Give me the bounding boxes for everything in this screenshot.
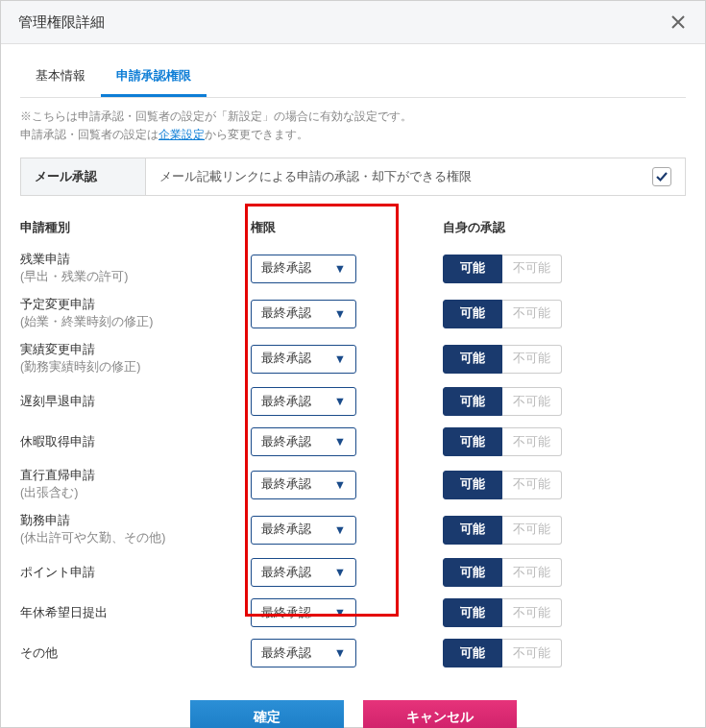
- toggle-off[interactable]: 不可能: [502, 300, 562, 328]
- check-icon: [655, 170, 669, 183]
- dialog-title: 管理権限詳細: [18, 13, 105, 32]
- perm-cell: 最終承認▼: [251, 471, 443, 499]
- mail-approval-check-cell: [639, 158, 685, 195]
- perm-select[interactable]: 最終承認▼: [251, 471, 356, 499]
- perm-select-value: 最終承認: [261, 565, 311, 581]
- perm-select[interactable]: 最終承認▼: [251, 558, 356, 587]
- perm-select[interactable]: 最終承認▼: [251, 639, 356, 667]
- self-toggle: 可能不可能: [443, 300, 635, 328]
- type-name: 直行直帰申請(出張含む): [20, 468, 251, 501]
- type-cell: 年休希望日提出: [20, 605, 251, 622]
- toggle-on[interactable]: 可能: [443, 598, 502, 627]
- perm-select[interactable]: 最終承認▼: [251, 598, 356, 627]
- toggle-on[interactable]: 可能: [443, 300, 502, 328]
- chevron-down-icon: ▼: [334, 646, 346, 660]
- toggle-off[interactable]: 不可能: [502, 639, 562, 667]
- perm-cell: 最終承認▼: [251, 300, 443, 328]
- header-type: 申請種別: [20, 219, 251, 236]
- self-cell: 可能不可能: [443, 516, 635, 545]
- tab-basic[interactable]: 基本情報: [20, 58, 101, 97]
- toggle-on[interactable]: 可能: [443, 516, 502, 545]
- toggle-on[interactable]: 可能: [443, 639, 502, 667]
- self-toggle: 可能不可能: [443, 427, 635, 456]
- perm-cell: 最終承認▼: [251, 516, 443, 545]
- notice-link[interactable]: 企業設定: [158, 128, 205, 141]
- type-cell: 予定変更申請(始業・終業時刻の修正): [20, 297, 251, 330]
- grid-header: 申請種別 権限 自身の承認: [20, 213, 686, 246]
- perm-select[interactable]: 最終承認▼: [251, 255, 356, 283]
- perm-select[interactable]: 最終承認▼: [251, 345, 356, 374]
- toggle-off[interactable]: 不可能: [502, 558, 562, 587]
- perm-select-value: 最終承認: [261, 260, 311, 277]
- table-row: その他最終承認▼可能不可能: [20, 633, 686, 673]
- perm-select[interactable]: 最終承認▼: [251, 516, 356, 545]
- perm-cell: 最終承認▼: [251, 639, 443, 667]
- type-cell: 残業申請(早出・残業の許可): [20, 252, 251, 285]
- tab-approval[interactable]: 申請承認権限: [101, 58, 207, 97]
- notice-line2b: から変更できます。: [205, 128, 308, 141]
- toggle-on[interactable]: 可能: [443, 345, 502, 374]
- toggle-off[interactable]: 不可能: [502, 427, 562, 456]
- type-sub: (勤務実績時刻の修正): [20, 360, 140, 374]
- mail-approval-label: メール承認: [21, 158, 146, 195]
- perm-cell: 最終承認▼: [251, 345, 443, 374]
- self-toggle: 可能不可能: [443, 345, 635, 374]
- toggle-off[interactable]: 不可能: [502, 598, 562, 627]
- type-name: その他: [20, 645, 251, 663]
- table-row: 年休希望日提出最終承認▼可能不可能: [20, 593, 686, 633]
- type-name: 遅刻早退申請: [20, 394, 251, 411]
- toggle-on[interactable]: 可能: [443, 387, 502, 416]
- toggle-on[interactable]: 可能: [443, 255, 502, 283]
- perm-cell: 最終承認▼: [251, 427, 443, 456]
- type-name: ポイント申請: [20, 565, 251, 582]
- chevron-down-icon: ▼: [334, 307, 346, 321]
- table-row: 遅刻早退申請最終承認▼可能不可能: [20, 381, 686, 422]
- chevron-down-icon: ▼: [334, 566, 346, 579]
- perm-select[interactable]: 最終承認▼: [251, 300, 356, 328]
- perm-cell: 最終承認▼: [251, 558, 443, 587]
- self-cell: 可能不可能: [443, 639, 635, 667]
- mail-approval-checkbox[interactable]: [652, 167, 671, 186]
- type-name: 予定変更申請(始業・終業時刻の修正): [20, 297, 251, 330]
- type-sub: (休出許可や欠勤、その他): [20, 531, 165, 545]
- toggle-on[interactable]: 可能: [443, 558, 502, 587]
- toggle-off[interactable]: 不可能: [502, 387, 562, 416]
- self-toggle: 可能不可能: [443, 516, 635, 545]
- self-cell: 可能不可能: [443, 427, 635, 456]
- header-self: 自身の承認: [443, 219, 635, 236]
- toggle-on[interactable]: 可能: [443, 427, 502, 456]
- notice-line1: ※こちらは申請承認・回覧者の設定が「新設定」の場合に有効な設定です。: [20, 109, 412, 123]
- perm-cell: 最終承認▼: [251, 598, 443, 627]
- self-toggle: 可能不可能: [443, 598, 635, 627]
- perm-select[interactable]: 最終承認▼: [251, 427, 356, 456]
- chevron-down-icon: ▼: [334, 435, 346, 449]
- perm-select-value: 最終承認: [261, 305, 311, 322]
- type-sub: (早出・残業の許可): [20, 270, 128, 283]
- perm-select-value: 最終承認: [261, 522, 311, 538]
- type-name: 残業申請(早出・残業の許可): [20, 252, 251, 285]
- cancel-button[interactable]: キャンセル: [363, 700, 517, 728]
- toggle-off[interactable]: 不可能: [502, 471, 562, 499]
- chevron-down-icon: ▼: [334, 395, 346, 408]
- type-name: 休暇取得申請: [20, 434, 251, 451]
- self-cell: 可能不可能: [443, 387, 635, 416]
- perm-select[interactable]: 最終承認▼: [251, 387, 356, 416]
- toggle-on[interactable]: 可能: [443, 471, 502, 499]
- toggle-off[interactable]: 不可能: [502, 255, 562, 283]
- chevron-down-icon: ▼: [334, 262, 346, 276]
- type-cell: 遅刻早退申請: [20, 394, 251, 411]
- table-row: 直行直帰申請(出張含む)最終承認▼可能不可能: [20, 462, 686, 507]
- perm-cell: 最終承認▼: [251, 387, 443, 416]
- toggle-off[interactable]: 不可能: [502, 345, 562, 374]
- close-button[interactable]: [669, 12, 688, 32]
- self-toggle: 可能不可能: [443, 255, 635, 283]
- perm-select-value: 最終承認: [261, 351, 311, 367]
- perm-select-value: 最終承認: [261, 394, 311, 410]
- close-icon: [670, 14, 686, 30]
- header-perm: 権限: [251, 219, 443, 236]
- toggle-off[interactable]: 不可能: [502, 516, 562, 545]
- perm-select-value: 最終承認: [261, 434, 311, 450]
- type-sub: (始業・終業時刻の修正): [20, 315, 153, 328]
- confirm-button[interactable]: 確定: [190, 700, 344, 728]
- permission-grid: 申請種別 権限 自身の承認 残業申請(早出・残業の許可)最終承認▼可能不可能予定…: [20, 213, 686, 673]
